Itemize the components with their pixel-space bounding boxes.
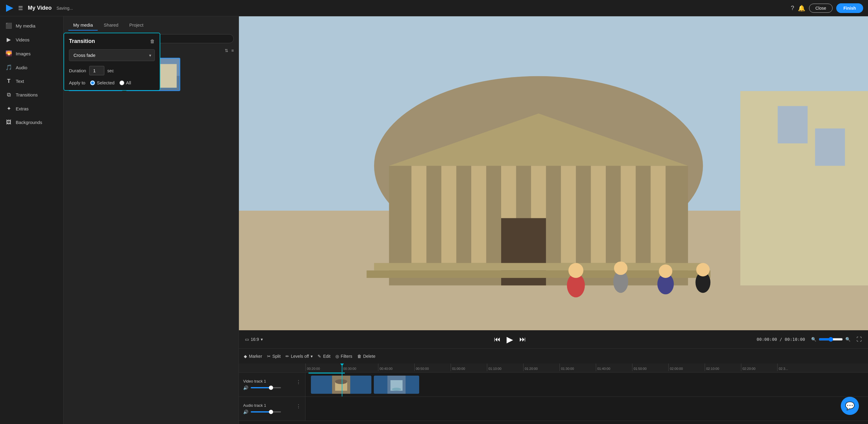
svg-rect-24 bbox=[471, 166, 486, 263]
saving-status: Saving... bbox=[57, 6, 791, 10]
videos-icon: ▶ bbox=[5, 36, 12, 43]
video-volume-slider[interactable] bbox=[251, 387, 281, 388]
split-icon: ✂ bbox=[267, 354, 271, 359]
ruler-mark: 02:3... bbox=[777, 364, 813, 371]
ruler-mark: 01:40:00 bbox=[596, 364, 632, 371]
ruler-mark: 00:30:00 bbox=[342, 364, 378, 371]
svg-rect-43 bbox=[778, 106, 807, 144]
sort-icon[interactable]: ⇅ bbox=[225, 48, 228, 53]
svg-rect-23 bbox=[441, 166, 456, 263]
duration-input[interactable] bbox=[89, 66, 104, 75]
edit-label: Edit bbox=[323, 354, 330, 359]
svg-rect-44 bbox=[815, 128, 845, 166]
zoom-slider[interactable] bbox=[819, 337, 843, 342]
sidebar-item-label: Videos bbox=[16, 37, 30, 42]
video-clip-2[interactable] bbox=[374, 375, 419, 394]
ruler-mark: 02:10:00 bbox=[705, 364, 741, 371]
text-icon: T bbox=[5, 78, 12, 84]
notifications-icon[interactable]: 🔔 bbox=[798, 4, 805, 12]
play-button[interactable]: ▶ bbox=[506, 334, 513, 344]
sidebar-item-text[interactable]: T Text bbox=[0, 74, 63, 88]
track-label-top: Video track 1 ⋮ bbox=[243, 379, 301, 385]
apply-selected-option[interactable]: Selected bbox=[90, 80, 114, 85]
tab-my-media[interactable]: My media bbox=[68, 20, 98, 31]
timeline-toolbar: ◆ Marker ✂ Split ✏ Levels off ▾ ✎ Edit ◎… bbox=[239, 349, 868, 364]
finish-button[interactable]: Finish bbox=[836, 3, 863, 13]
sort-controls: ⇅ ≡ bbox=[225, 48, 234, 53]
next-button[interactable]: ⏭ bbox=[519, 335, 526, 343]
svg-rect-32 bbox=[374, 263, 703, 271]
tab-project[interactable]: Project bbox=[124, 20, 148, 31]
levels-tool[interactable]: ✏ Levels off ▾ bbox=[285, 354, 313, 359]
filter-icon[interactable]: ≡ bbox=[231, 48, 234, 53]
ruler-mark: 00:50:00 bbox=[414, 364, 451, 371]
ruler-marks: 00:20:00 00:30:00 00:40:00 00:50:00 01:0… bbox=[306, 364, 813, 372]
volume-icon: 🔊 bbox=[243, 385, 248, 390]
sidebar-item-images[interactable]: 🌄 Images bbox=[0, 47, 63, 60]
delete-icon: 🗑 bbox=[357, 354, 362, 359]
sidebar-item-label: Extras bbox=[16, 106, 29, 111]
sidebar-item-my-media[interactable]: ⬛ My media bbox=[0, 19, 63, 33]
delete-tool[interactable]: 🗑 Delete bbox=[357, 354, 375, 359]
video-track-more[interactable]: ⋮ bbox=[296, 379, 301, 385]
aspect-ratio-label: 16:9 bbox=[251, 337, 259, 342]
sidebar-item-label: Transitions bbox=[16, 92, 38, 97]
close-button[interactable]: Close bbox=[809, 4, 833, 13]
chat-bubble-button[interactable]: 💬 bbox=[841, 397, 859, 415]
ruler-mark: 02:00:00 bbox=[669, 364, 705, 371]
aspect-ratio-selector[interactable]: ▭ 16:9 ▾ bbox=[245, 337, 263, 342]
video-clip-1[interactable] bbox=[311, 375, 371, 394]
audio-track-name: Audio track 1 bbox=[243, 403, 266, 408]
audio-volume-slider[interactable] bbox=[251, 411, 281, 413]
zoom-controls: 🔍 🔍 bbox=[811, 337, 850, 342]
split-tool[interactable]: ✂ Split bbox=[267, 354, 281, 359]
sidebar-item-audio[interactable]: 🎵 Audio bbox=[0, 60, 63, 74]
svg-rect-28 bbox=[591, 166, 606, 263]
filters-tool[interactable]: ◎ Filters bbox=[335, 354, 352, 359]
aspect-ratio-chevron: ▾ bbox=[261, 337, 263, 342]
audio-track-row: Audio track 1 ⋮ 🔊 bbox=[239, 397, 868, 421]
levels-icon: ✏ bbox=[285, 354, 289, 359]
split-label: Split bbox=[273, 354, 281, 359]
menu-icon[interactable]: ☰ bbox=[18, 5, 23, 11]
transition-type-select[interactable]: Cross fade Fade to black Wipe Dissolve S… bbox=[69, 49, 155, 61]
audio-volume-icon: 🔊 bbox=[243, 410, 248, 414]
edit-tool[interactable]: ✎ Edit bbox=[317, 354, 330, 359]
clip-thumb-fountain bbox=[388, 375, 406, 394]
transition-delete-button[interactable]: 🗑 bbox=[150, 39, 155, 44]
transition-duration-row: Duration sec bbox=[69, 66, 155, 75]
current-time: 00:00:00 bbox=[757, 337, 777, 342]
audio-track-label: Audio track 1 ⋮ 🔊 bbox=[239, 397, 306, 421]
zoom-out-icon[interactable]: 🔍 bbox=[811, 337, 816, 342]
svg-rect-30 bbox=[651, 166, 665, 263]
svg-point-37 bbox=[614, 262, 627, 275]
sidebar-item-label: Backgrounds bbox=[16, 120, 42, 125]
apply-selected-radio[interactable] bbox=[90, 81, 95, 85]
apply-all-radio[interactable] bbox=[120, 81, 124, 85]
app-title: My Video bbox=[28, 5, 52, 11]
audio-track-more[interactable]: ⋮ bbox=[296, 403, 301, 409]
sidebar-item-videos[interactable]: ▶ Videos bbox=[0, 33, 63, 47]
sidebar-item-backgrounds[interactable]: 🖼 Backgrounds bbox=[0, 116, 63, 129]
apply-all-option[interactable]: All bbox=[120, 80, 131, 85]
chat-icon: 💬 bbox=[845, 401, 855, 411]
prev-button[interactable]: ⏮ bbox=[494, 335, 500, 343]
duration-unit: sec bbox=[107, 68, 114, 73]
svg-point-47 bbox=[335, 379, 347, 384]
sidebar-item-label: Text bbox=[16, 79, 24, 84]
expand-button[interactable]: ⛶ bbox=[857, 336, 862, 343]
transition-apply-row: Apply to Selected All bbox=[69, 80, 155, 85]
ruler-mark: 02:20:00 bbox=[741, 364, 777, 371]
filters-label: Filters bbox=[341, 354, 352, 359]
sidebar-item-transitions[interactable]: ⧉ Transitions bbox=[0, 88, 63, 101]
tab-shared[interactable]: Shared bbox=[99, 20, 123, 31]
apply-all-label: All bbox=[126, 80, 131, 85]
media-tabs: My media Shared Project bbox=[63, 16, 239, 31]
marker-tool[interactable]: ◆ Marker bbox=[244, 354, 262, 359]
svg-point-35 bbox=[568, 263, 583, 278]
help-icon[interactable]: ? bbox=[791, 4, 794, 11]
svg-marker-0 bbox=[6, 4, 13, 12]
marker-icon: ◆ bbox=[244, 354, 247, 359]
zoom-in-icon[interactable]: 🔍 bbox=[845, 337, 850, 342]
sidebar-item-extras[interactable]: ✦ Extras bbox=[0, 101, 63, 116]
